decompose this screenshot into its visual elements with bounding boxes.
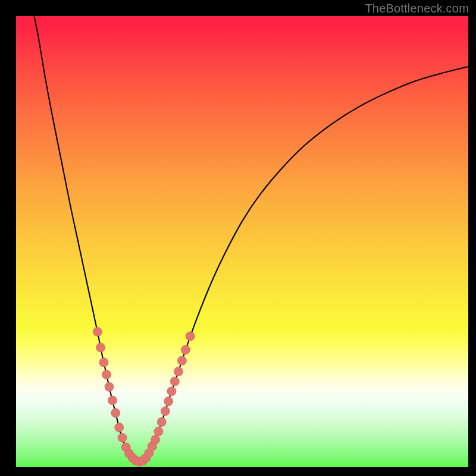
curve-bead (105, 382, 114, 391)
curve-bead (186, 332, 195, 341)
curve-bead (93, 327, 102, 336)
curve-bead (154, 427, 163, 436)
curve-bead (151, 435, 159, 444)
curve-bead (164, 397, 173, 406)
chart-overlay (16, 16, 468, 467)
watermark-text: TheBottleneck.com (365, 2, 469, 15)
curve-bead (177, 356, 186, 365)
chart-frame: TheBottleneck.com (0, 0, 476, 476)
curve-bead (102, 370, 111, 379)
curve-bead (174, 367, 183, 376)
curve-bead (111, 408, 120, 417)
curve-bead (108, 396, 117, 405)
curve-bead (99, 358, 108, 367)
curve-bead (118, 433, 127, 442)
curve-bead (96, 343, 105, 352)
curve-bead (115, 423, 124, 432)
curve-bead (157, 418, 166, 427)
curve-bead (170, 377, 179, 386)
curve-bead (167, 387, 176, 396)
curve-beads-group (93, 327, 195, 466)
bottleneck-curve (34, 16, 468, 462)
curve-bead (161, 406, 170, 415)
curve-bead (181, 345, 190, 354)
